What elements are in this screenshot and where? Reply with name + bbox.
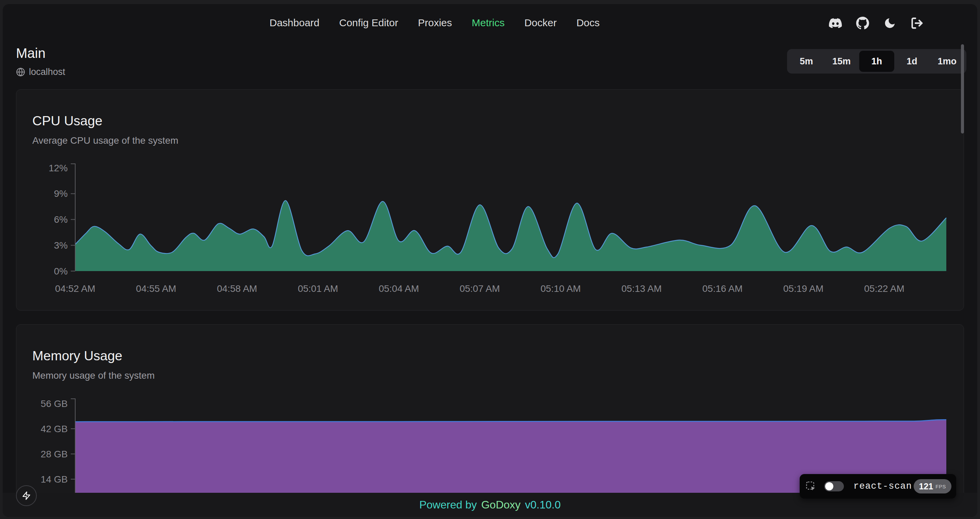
nav-item-docs[interactable]: Docs [576,17,600,29]
svg-text:04:52 AM: 04:52 AM [55,283,95,294]
fps-unit: FPS [935,484,946,489]
svg-text:6%: 6% [54,214,68,225]
svg-text:05:07 AM: 05:07 AM [460,283,500,294]
lightning-button[interactable] [16,485,37,506]
header-icon-group [829,17,924,30]
svg-text:42 GB: 42 GB [41,424,68,434]
svg-text:05:13 AM: 05:13 AM [621,283,662,294]
toggle-knob [825,482,833,490]
svg-text:05:04 AM: 05:04 AM [379,283,419,294]
svg-text:05:10 AM: 05:10 AM [540,283,581,294]
svg-text:0%: 0% [54,266,68,276]
top-nav: Dashboard Config Editor Proxies Metrics … [269,17,600,29]
svg-text:9%: 9% [54,188,68,199]
time-range-option-1mo[interactable]: 1mo [930,51,965,72]
fps-value: 121 [919,482,933,492]
fps-badge: 121 FPS [914,479,951,493]
react-scan-toggle[interactable] [824,481,844,492]
cpu-usage-chart[interactable]: 12%9%6%3%0%04:52 AM04:55 AM04:58 AM05:01… [16,89,964,311]
svg-text:05:19 AM: 05:19 AM [783,283,824,294]
nav-item-dashboard[interactable]: Dashboard [269,17,320,29]
time-range-selector: 5m 15m 1h 1d 1mo [787,49,966,73]
svg-text:28 GB: 28 GB [41,449,68,459]
globe-icon [16,67,25,77]
cpu-usage-card: CPU Usage Average CPU usage of the syste… [16,89,964,311]
react-scan-widget: react-scan 121 FPS [800,474,956,498]
react-scan-label: react-scan [853,481,914,492]
svg-text:12%: 12% [49,163,68,173]
svg-text:05:01 AM: 05:01 AM [298,283,338,294]
page-title: Main [16,46,46,61]
nav-item-docker[interactable]: Docker [524,17,557,29]
svg-text:04:58 AM: 04:58 AM [217,283,257,294]
logout-icon[interactable] [911,17,924,30]
svg-text:05:16 AM: 05:16 AM [702,283,743,294]
svg-text:3%: 3% [54,240,68,251]
time-range-option-15m[interactable]: 15m [824,51,859,72]
moon-icon[interactable] [883,17,896,30]
nav-item-proxies[interactable]: Proxies [418,17,452,29]
time-range-option-5m[interactable]: 5m [789,51,824,72]
svg-text:14 GB: 14 GB [41,474,68,485]
nav-item-metrics[interactable]: Metrics [472,17,504,29]
version-text: v0.10.0 [525,498,561,511]
svg-text:05:22 AM: 05:22 AM [864,283,904,294]
github-icon[interactable] [856,17,869,30]
time-range-option-1d[interactable]: 1d [894,51,929,72]
discord-icon[interactable] [829,17,842,30]
scrollbar-thumb[interactable] [961,44,964,134]
app-panel: Dashboard Config Editor Proxies Metrics … [3,4,977,517]
nav-item-config-editor[interactable]: Config Editor [339,17,398,29]
time-range-option-1h[interactable]: 1h [859,51,894,72]
svg-text:04:55 AM: 04:55 AM [136,283,176,294]
host-label: localhost [29,67,65,77]
inspect-icon[interactable] [805,481,817,492]
lightning-icon [22,491,31,500]
godoxy-link[interactable]: GoDoxy [481,498,520,511]
host-row: localhost [16,67,65,77]
svg-text:56 GB: 56 GB [41,398,68,409]
powered-by-text: Powered by [419,498,477,511]
app-window: Dashboard Config Editor Proxies Metrics … [0,0,980,519]
